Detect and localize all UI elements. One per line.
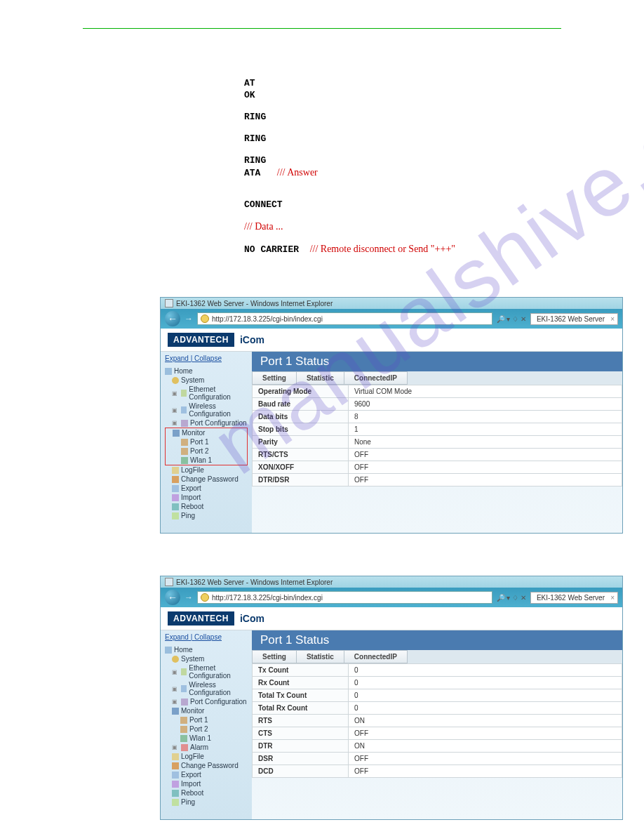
sidebar-item-port1[interactable]: Port 1 — [165, 715, 248, 724]
app-logo-bar: ADVANTECH iCom — [161, 329, 622, 352]
status-table: Tx Count0 Rx Count0 Total Tx Count0 Tota… — [252, 663, 622, 778]
address-bar[interactable]: http://172.18.3.225/cgi-bin/index.cgi — [197, 591, 492, 604]
toolbar-controls[interactable]: 🔎 ▾ ♢ ✕ — [497, 594, 526, 602]
tab-close-icon[interactable]: × — [610, 315, 615, 323]
collapse-link[interactable]: Collapse — [194, 355, 222, 362]
sidebar-item-changepassword[interactable]: Change Password — [165, 475, 248, 484]
ethernet-icon — [181, 390, 187, 397]
term-line: AT — [244, 78, 644, 88]
sidebar-item-port2[interactable]: Port 2 — [165, 724, 248, 734]
sidebar-item-home[interactable]: Home — [165, 645, 248, 654]
tab-statistic[interactable]: Statistic — [297, 650, 344, 663]
sidebar-item-alarm[interactable]: Alarm — [165, 743, 248, 752]
term-line: RING — [244, 133, 644, 144]
icom-logo: iCom — [240, 613, 264, 624]
content-panel: Port 1 Status Setting Statistic Connecte… — [252, 630, 622, 819]
sidebar-item-portconf[interactable]: Port Configuration — [165, 697, 248, 706]
term-line: OK — [244, 90, 644, 100]
address-bar-row: ← → http://172.18.3.225/cgi-bin/index.cg… — [161, 309, 622, 329]
sidebar-item-logfile[interactable]: LogFile — [165, 752, 248, 761]
forward-button[interactable]: → — [185, 314, 193, 324]
port-icon — [180, 717, 187, 724]
globe-icon — [201, 315, 209, 323]
reboot-icon — [172, 503, 179, 510]
log-icon — [172, 467, 179, 474]
tab-setting[interactable]: Setting — [252, 650, 297, 663]
table-row: DSROFF — [253, 753, 622, 765]
top-divider — [83, 28, 561, 29]
sidebar-item-import[interactable]: Import — [165, 779, 248, 788]
tab-setting[interactable]: Setting — [252, 371, 297, 385]
sidebar-item-portconf[interactable]: Port Configuration — [165, 418, 248, 428]
sidebar-item-system[interactable]: System — [165, 376, 248, 385]
tab-connectedip[interactable]: ConnectedIP — [344, 371, 408, 385]
table-row: Stop bits1 — [253, 423, 622, 436]
panel-title: Port 1 Status — [252, 352, 622, 371]
log-icon — [172, 753, 179, 760]
sidebar-item-import[interactable]: Import — [165, 493, 248, 502]
gear-icon — [172, 377, 179, 384]
term-line: RING — [244, 112, 644, 122]
sidebar-item-wireless[interactable]: Wireless Configuration — [165, 680, 248, 697]
toolbar-controls[interactable]: 🔎 ▾ ♢ ✕ — [497, 315, 526, 323]
ping-icon — [172, 799, 179, 806]
collapse-link[interactable]: Collapse — [194, 633, 222, 641]
sidebar-item-ethernet[interactable]: Ethernet Configuration — [165, 663, 248, 680]
sidebar-item-home[interactable]: Home — [165, 366, 248, 376]
browser-tab[interactable]: EKI-1362 Web Server × — [530, 313, 618, 325]
sidebar: Expand | Collapse Home System Ethernet C… — [161, 630, 252, 819]
expand-link[interactable]: Expand — [165, 633, 189, 641]
tab-statistic[interactable]: Statistic — [297, 371, 344, 385]
sidebar-item-wireless[interactable]: Wireless Configuration — [165, 402, 248, 418]
sidebar-item-changepassword[interactable]: Change Password — [165, 761, 248, 770]
tab-connectedip[interactable]: ConnectedIP — [344, 650, 408, 663]
sidebar-item-logfile[interactable]: LogFile — [165, 465, 248, 475]
forward-button[interactable]: → — [185, 593, 193, 602]
sidebar-item-reboot[interactable]: Reboot — [165, 788, 248, 797]
sidebar-item-wlan1[interactable]: Wlan 1 — [166, 456, 247, 465]
window-titlebar: EKI-1362 Web Server - Windows Internet E… — [161, 298, 622, 309]
import-icon — [172, 781, 179, 788]
table-row: Baud rate9600 — [253, 398, 622, 411]
sidebar-item-port2[interactable]: Port 2 — [166, 446, 247, 456]
sidebar-item-export[interactable]: Export — [165, 484, 248, 493]
table-row: Operating ModeVirtual COM Mode — [253, 385, 622, 398]
table-row: RTSON — [253, 715, 622, 727]
address-bar[interactable]: http://172.18.3.225/cgi-bin/index.cgi — [197, 312, 492, 325]
ethernet-icon — [181, 668, 187, 675]
expand-link[interactable]: Expand — [165, 355, 189, 362]
sidebar-item-monitor[interactable]: Monitor — [165, 706, 248, 715]
sidebar-item-ping[interactable]: Ping — [165, 797, 248, 807]
tab-close-icon[interactable]: × — [610, 594, 615, 602]
sidebar-item-export[interactable]: Export — [165, 770, 248, 779]
term-line: RING — [244, 155, 644, 166]
term-line: ATA /// Answer — [244, 167, 644, 178]
term-note: /// Remote disconnect or Send "+++" — [310, 244, 455, 254]
home-icon — [165, 368, 172, 375]
back-button[interactable]: ← — [165, 590, 180, 605]
sidebar-item-reboot[interactable]: Reboot — [165, 502, 248, 511]
key-icon — [172, 476, 179, 483]
monitor-icon — [173, 430, 180, 437]
window-title: EKI-1362 Web Server - Windows Internet E… — [176, 578, 333, 586]
sidebar-item-port1[interactable]: Port 1 — [166, 437, 247, 446]
browser-window-1: EKI-1362 Web Server - Windows Internet E… — [160, 297, 623, 534]
browser-tab[interactable]: EKI-1362 Web Server × — [530, 592, 618, 604]
sidebar-item-wlan1[interactable]: Wlan 1 — [165, 734, 248, 743]
term-line: CONNECT — [244, 199, 644, 210]
port-icon — [181, 420, 188, 427]
advantech-logo: ADVANTECH — [168, 333, 234, 347]
sidebar-item-ethernet[interactable]: Ethernet Configuration — [165, 385, 248, 402]
sidebar-item-ping[interactable]: Ping — [165, 511, 248, 520]
table-row: Total Tx Count0 — [253, 689, 622, 702]
monitor-icon — [172, 708, 179, 715]
icom-logo: iCom — [240, 334, 264, 345]
tab-title: EKI-1362 Web Server — [537, 594, 605, 602]
import-icon — [172, 494, 179, 501]
table-row: Tx Count0 — [253, 664, 622, 677]
gear-icon — [172, 656, 179, 663]
table-row: Rx Count0 — [253, 677, 622, 689]
sidebar-item-system[interactable]: System — [165, 654, 248, 663]
sidebar-item-monitor[interactable]: Monitor — [166, 428, 247, 437]
back-button[interactable]: ← — [165, 311, 180, 326]
